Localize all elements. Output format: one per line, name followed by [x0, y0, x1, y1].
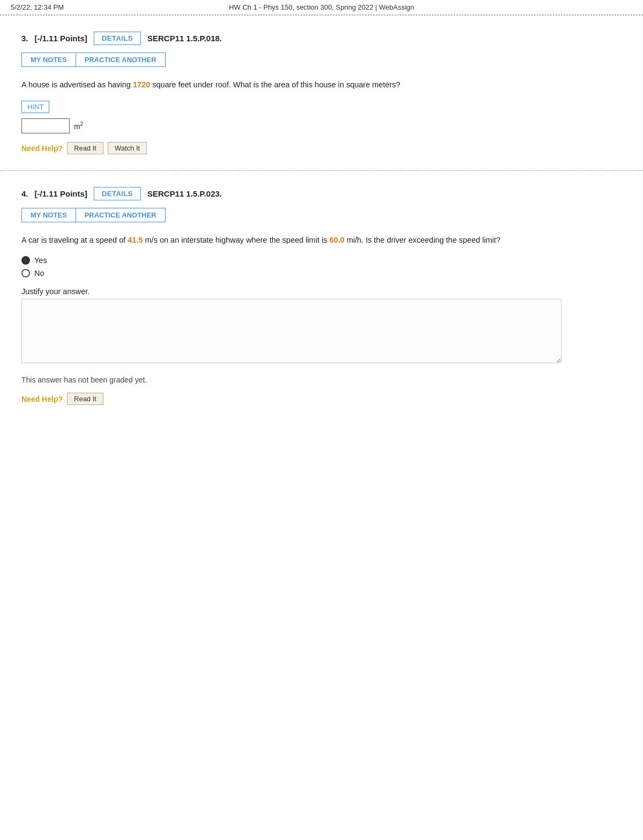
question-4-actions: MY NOTES PRACTICE ANOTHER	[21, 208, 622, 222]
question-3-watch-it-button[interactable]: Watch It	[108, 142, 147, 154]
question-3-details-button[interactable]: DETAILS	[94, 32, 141, 45]
question-3-highlight: 1720	[133, 80, 150, 89]
question-4-justify-label: Justify your answer.	[21, 287, 622, 296]
question-4-not-graded: This answer has not been graded yet.	[21, 376, 622, 384]
question-4-radio-no-label: No	[34, 269, 44, 278]
question-4-highlight1: 41.5	[128, 236, 143, 244]
question-3-points: [-/1.11 Points]	[35, 34, 87, 43]
question-3-need-help-label: Need Help?	[21, 144, 63, 153]
question-4-need-help-row: Need Help? Read It	[21, 393, 622, 405]
page-title: HW Ch 1 - Phys 150, section 300, Spring …	[229, 3, 414, 11]
question-3-my-notes-button[interactable]: MY NOTES	[21, 52, 76, 67]
question-4-code: SERCP11 1.5.P.023.	[147, 189, 222, 198]
question-3-text-before: A house is advertised as having	[21, 80, 133, 89]
question-4-justify-textarea[interactable]	[21, 299, 562, 363]
question-3-hint-button[interactable]: HINT	[21, 101, 49, 113]
question-3-need-help-row: Need Help? Read It Watch It	[21, 142, 622, 154]
question-3-answer-row: m2	[21, 118, 622, 133]
question-3-answer-input[interactable]	[21, 118, 70, 133]
question-3-actions: MY NOTES PRACTICE ANOTHER	[21, 52, 622, 67]
question-4-my-notes-button[interactable]: MY NOTES	[21, 208, 76, 222]
question-3-header: 3. [-/1.11 Points] DETAILS SERCP11 1.5.P…	[21, 32, 622, 45]
question-3-read-it-button[interactable]: Read It	[67, 142, 103, 154]
question-4-text: A car is traveling at a speed of 41.5 m/…	[21, 234, 622, 246]
question-4-text3: mi/h. Is the driver exceeding the speed …	[345, 236, 500, 244]
question-4-need-help-label: Need Help?	[21, 395, 63, 403]
question-4-number: 4.	[21, 189, 28, 198]
question-4-practice-another-button[interactable]: PRACTICE ANOTHER	[76, 208, 166, 222]
question-4-text2: m/s on an interstate highway where the s…	[143, 236, 330, 244]
question-4-radio-yes-indicator[interactable]	[21, 256, 30, 265]
question-3-text-after: square feet under roof. What is the area…	[150, 80, 400, 89]
question-4-highlight2: 60.0	[330, 236, 345, 244]
question-3-number: 3.	[21, 34, 28, 43]
question-4-radio-yes-item: Yes	[21, 256, 622, 265]
question-3-code: SERCP11 1.5.P.018.	[147, 34, 222, 43]
question-4-details-button[interactable]: DETAILS	[94, 187, 141, 200]
question-3-practice-another-button[interactable]: PRACTICE ANOTHER	[76, 52, 166, 67]
question-4-read-it-button[interactable]: Read It	[67, 393, 103, 405]
question-4-block: 4. [-/1.11 Points] DETAILS SERCP11 1.5.P…	[0, 171, 643, 421]
question-3-text: A house is advertised as having 1720 squ…	[21, 79, 622, 91]
question-3-hint-area: HINT	[21, 101, 622, 118]
question-4-points: [-/1.11 Points]	[35, 189, 87, 198]
timestamp: 5/2/22, 12:34 PM	[11, 3, 64, 11]
question-4-header: 4. [-/1.11 Points] DETAILS SERCP11 1.5.P…	[21, 187, 622, 200]
question-3-unit: m2	[74, 121, 83, 131]
question-4-radio-yes-label: Yes	[34, 256, 47, 265]
question-3-block: 3. [-/1.11 Points] DETAILS SERCP11 1.5.P…	[0, 16, 643, 170]
question-4-radio-no-item: No	[21, 269, 622, 278]
question-4-text1: A car is traveling at a speed of	[21, 236, 128, 244]
question-4-radio-group: Yes No	[21, 256, 622, 278]
question-4-radio-no-indicator[interactable]	[21, 269, 30, 278]
